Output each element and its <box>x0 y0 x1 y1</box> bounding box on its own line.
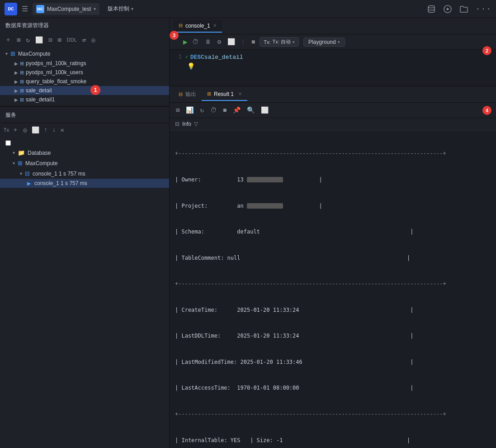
add-service-btn[interactable]: ＋ <box>11 125 20 135</box>
add-db-btn[interactable]: ＋ <box>4 35 13 45</box>
editor-line-2: 💡 <box>170 61 496 71</box>
db-tree: ▾ ⊞ MaxCompute ▶ ⊞ pyodps_ml_100k_rating… <box>0 47 169 106</box>
result-tab-result1[interactable]: ⊞ Result 1 ✕ <box>202 88 247 101</box>
tree-item-pyodps-ratings[interactable]: ▶ ⊞ pyodps_ml_100k_ratings <box>0 59 169 68</box>
up-btn[interactable]: ↑ <box>43 125 49 134</box>
grid-view-btn[interactable]: ⊞ <box>56 35 62 45</box>
settings-btn[interactable]: ◎ <box>90 35 96 45</box>
close-service-btn[interactable]: ✕ <box>59 125 65 135</box>
folder-icon[interactable] <box>459 5 468 14</box>
table-icon: ⊞ <box>20 61 24 67</box>
console1-child-label: console_1 1 s 757 ms <box>34 180 87 186</box>
info-label: Info <box>182 121 191 127</box>
chart-icon[interactable]: 📊 <box>184 105 195 115</box>
playground-btn[interactable]: Playground ▾ <box>303 38 345 47</box>
pause-btn[interactable]: ⏸ <box>203 38 213 47</box>
collapse-btn[interactable]: ⬜ <box>34 35 44 45</box>
tree-root-maxcompute[interactable]: ▾ ⊞ MaxCompute <box>0 48 169 59</box>
tree-item-label: pyodps_ml_100k_ratings <box>26 60 86 67</box>
output-divider-3: +---------------------------------------… <box>175 410 491 419</box>
tree-item-sale-detail[interactable]: ▶ ⊞ sale_detail 1 <box>0 86 169 95</box>
editor-tab-label: console_1 <box>185 23 210 29</box>
project-value-blurred <box>247 203 283 209</box>
result-content: +---------------------------------------… <box>170 130 496 448</box>
settings-btn2[interactable]: ⚙ <box>216 37 223 47</box>
result1-tab-close[interactable]: ✕ <box>238 91 242 96</box>
output-row-schema: | Schema: default | <box>175 228 491 236</box>
editor-tab-close[interactable]: ✕ <box>213 23 217 28</box>
output-row-lastddltime: | LastDDLTime: 2025-01-20 11:33:24 | <box>175 332 491 340</box>
expand2-btn[interactable]: ⬜ <box>226 37 237 47</box>
output-row-createtime: | CreateTime: 2025-01-20 11:33:24 | <box>175 306 491 315</box>
pin-btn[interactable]: 📌 <box>231 105 242 115</box>
code-table-name: sale_detail <box>204 54 243 61</box>
table-icon: ⊞ <box>20 70 24 76</box>
expand-result-btn[interactable]: ⬜ <box>259 105 270 115</box>
output-table: +---------------------------------------… <box>170 130 496 448</box>
grid-icon[interactable]: ⊞ <box>174 105 181 115</box>
console1-chevron: ▾ <box>20 171 22 176</box>
tree-item-sale-detail1[interactable]: ▶ ⊞ sale_detail1 <box>0 95 169 104</box>
service-checkbox[interactable] <box>5 140 11 146</box>
editor-tab-console1[interactable]: ⊟ console_1 ✕ <box>173 20 222 33</box>
table-view-btn[interactable]: ⊟ <box>47 35 53 45</box>
top-bar-right: ··· <box>427 5 491 14</box>
menu-icon[interactable]: ☰ <box>22 5 28 14</box>
result-tab-output[interactable]: ⊟ 输出 <box>173 88 202 101</box>
workspace-avatar: MC <box>36 5 44 13</box>
run-btn[interactable]: ▶ <box>183 38 188 47</box>
output-divider-1: +---------------------------------------… <box>175 149 491 158</box>
tree-database[interactable]: ▾ 📁 Database <box>0 148 169 158</box>
tree-item-pyodps-users[interactable]: ▶ ⊞ pyodps_ml_100k_users <box>0 68 169 77</box>
console1-icon: ⊟ <box>25 170 30 177</box>
services-tree: ▾ 📁 Database ▾ ⊞ MaxCompute ▾ ⊟ console_… <box>0 137 169 448</box>
main-content: 数据库资源管理器 ＋ ⊞ ↻ ⬜ ⊟ ⊞ DDL ⇄ ◎ ▾ ⊞ MaxComp… <box>0 18 496 448</box>
tree-item-query-table[interactable]: ▶ ⊞ query_table_float_smoke <box>0 77 169 86</box>
history-btn[interactable]: ⏱ <box>208 106 218 115</box>
switch-btn[interactable]: ⇄ <box>81 35 87 45</box>
search-result-btn[interactable]: 🔍 <box>245 105 256 115</box>
mc-icon: ⊞ <box>18 160 23 167</box>
result1-tab-label: Result 1 <box>214 91 234 97</box>
version-control[interactable]: 版本控制 ▾ <box>104 3 137 14</box>
line-number-1: 1 <box>170 54 185 60</box>
tree-console1-parent[interactable]: ▾ ⊟ console_1 1 s 757 ms <box>0 168 169 179</box>
timer-btn[interactable]: ⏱ <box>190 38 200 47</box>
eye-btn[interactable]: ◎ <box>22 125 28 135</box>
badge-4: 4 <box>482 106 491 115</box>
tree-item-label: sale_detail <box>26 87 52 94</box>
refresh-btn[interactable]: ⊞ <box>15 35 22 45</box>
database-icon[interactable] <box>427 5 436 14</box>
play-icon[interactable] <box>443 5 452 14</box>
tree-item-label: sale_detail1 <box>26 96 55 103</box>
result-area: ⊟ 输出 ⊞ Result 1 ✕ ⊞ 📊 ↻ ⏱ ■ 📌 🔍 ⬜ <box>170 86 496 448</box>
folder-tree-icon: 📁 <box>18 149 25 156</box>
services-section: 服务 Tx ＋ ◎ ⬜ ↑ ↓ ✕ ▾ 📁 Database <box>0 106 169 448</box>
workspace-selector[interactable]: MC MaxCompute_test ▾ <box>33 3 99 15</box>
editor-tabs: ⊟ console_1 ✕ <box>170 18 496 34</box>
tree-root-label: MaxCompute <box>18 51 50 57</box>
code-keyword-desc: DESC <box>190 54 204 61</box>
editor-content[interactable]: 2 1 ✓ DESC sale_detail 💡 <box>170 50 496 86</box>
tree-item-chevron: ▶ <box>14 97 18 102</box>
mc-label: MaxCompute <box>25 160 57 167</box>
refresh-result-btn[interactable]: ↻ <box>198 105 205 115</box>
expand-btn[interactable]: ⬜ <box>30 125 41 135</box>
tx-badge[interactable]: Tx: Tx: 自动 ▾ <box>260 37 299 47</box>
down-btn[interactable]: ↓ <box>51 125 57 134</box>
filter-icon[interactable]: ▽ <box>194 121 198 127</box>
lightbulb-icon: 💡 <box>185 62 195 70</box>
tree-console1-child[interactable]: ▶ console_1 1 s 757 ms <box>0 179 169 188</box>
tree-item-chevron: ▶ <box>14 61 18 66</box>
more-icon[interactable]: ··· <box>476 5 491 14</box>
stop-btn[interactable]: ■ <box>250 38 257 47</box>
tree-item-chevron: ▶ <box>14 88 18 93</box>
badge-1: 1 <box>90 85 100 95</box>
tree-root-icon: ⊞ <box>10 50 15 57</box>
output-row-lastaccess: | LastAccessTime: 1970-01-01 08:00:00 | <box>175 384 491 392</box>
version-label: 版本控制 <box>108 5 129 13</box>
stop-result-btn[interactable]: ■ <box>221 106 228 115</box>
ddl-btn[interactable]: DDL <box>66 36 78 43</box>
sync-btn[interactable]: ↻ <box>24 35 31 45</box>
tree-maxcompute[interactable]: ▾ ⊞ MaxCompute <box>0 158 169 168</box>
